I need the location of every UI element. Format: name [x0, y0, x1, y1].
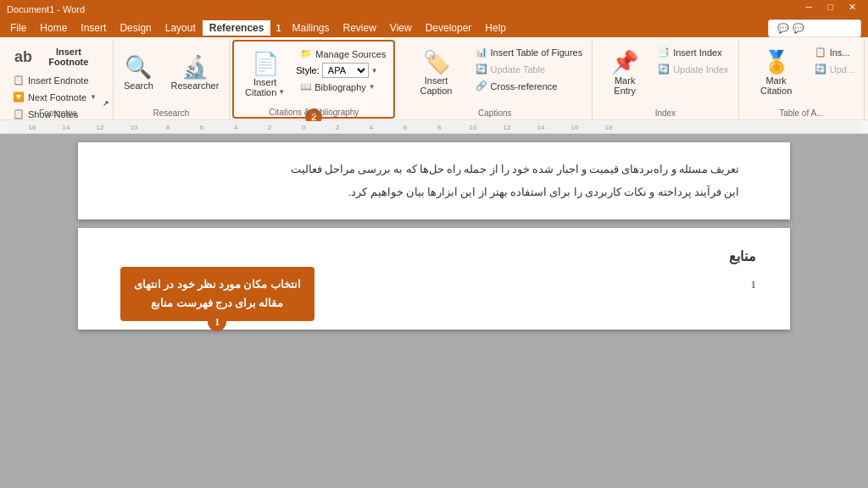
- insert-endnote-label: Insert Endnote: [28, 75, 89, 86]
- comments-icon: 💬: [777, 23, 789, 34]
- svg-text:0: 0: [302, 124, 306, 131]
- insert-footnote-button[interactable]: ab Insert Footnote: [8, 42, 108, 71]
- mark-citation-icon: 🏅: [763, 49, 790, 75]
- insert-citation-button[interactable]: 📄 Insert Citation ▼: [237, 44, 292, 103]
- next-footnote-dropdown-icon: ▼: [90, 93, 97, 101]
- menu-home[interactable]: Home: [33, 20, 74, 36]
- bibliography-label: Bibliography: [314, 82, 366, 92]
- menu-insert[interactable]: Insert: [74, 20, 113, 36]
- svg-text:4: 4: [370, 124, 374, 131]
- menu-review[interactable]: Review: [337, 20, 383, 36]
- search-button[interactable]: 🔍 Search: [117, 42, 159, 102]
- footnotes-group: ab Insert Footnote 📋 Insert Endnote 🔽 Ne…: [3, 39, 114, 119]
- bibliography-button[interactable]: 📖 Bibliography ▼: [296, 79, 390, 95]
- menu-layout[interactable]: Layout: [159, 20, 203, 36]
- insert-authorities-label: Ins...: [830, 47, 850, 58]
- manage-sources-label: Manage Sources: [315, 49, 386, 59]
- svg-text:16: 16: [29, 124, 36, 131]
- tooltip-box: انتخاب مکان مورد نظر خود در انتهای مقاله…: [120, 267, 314, 321]
- title-bar: Document1 - Word ─ □ ✕: [0, 0, 868, 19]
- search-icon: 🔍: [125, 54, 152, 80]
- research-group: 🔍 Search 🔬 Researcher Research: [114, 39, 230, 119]
- update-index-icon: 🔄: [658, 64, 670, 75]
- footnotes-expand-icon[interactable]: ↗: [103, 99, 109, 108]
- manage-sources-icon: 📁: [300, 48, 312, 59]
- insert-caption-label: Insert Caption: [409, 75, 463, 96]
- svg-text:16: 16: [571, 124, 579, 131]
- index-group-label: Index: [593, 108, 737, 118]
- researcher-label: Researcher: [170, 80, 219, 91]
- maximize-btn[interactable]: □: [822, 2, 838, 13]
- cross-reference-button[interactable]: 🔗 Cross-reference: [471, 78, 587, 94]
- menu-developer[interactable]: Developer: [419, 20, 479, 36]
- close-btn[interactable]: ✕: [843, 2, 861, 13]
- svg-text:6: 6: [403, 124, 408, 131]
- table-authorities-group: 🏅 Mark Citation 📋 Ins... 🔄 Upd... Table …: [739, 39, 865, 119]
- search-label: Search: [124, 80, 153, 91]
- sources-heading: منابع: [729, 245, 756, 269]
- menu-help[interactable]: Help: [478, 20, 513, 36]
- cross-reference-label: Cross-reference: [491, 81, 558, 92]
- svg-text:2: 2: [336, 124, 340, 131]
- ruler-svg: 16 14 12 10 8 6 4 2 0 2 4 6 8 10 12 14 1: [7, 121, 861, 133]
- insert-authorities-button[interactable]: 📋 Ins...: [810, 44, 859, 60]
- insert-citation-label2: Citation: [245, 87, 276, 97]
- citations-group-label: Citations & Bibliography: [234, 108, 393, 117]
- svg-text:6: 6: [200, 124, 204, 131]
- doc-line-1: تعریف مسئله و راه‌بردهای قیمیت و اجبار ش…: [129, 159, 739, 179]
- bibliography-dropdown-icon: ▼: [369, 83, 376, 91]
- authorities-small-col: 📋 Ins... 🔄 Upd...: [810, 44, 859, 77]
- cross-reference-icon: 🔗: [476, 80, 487, 92]
- researcher-button[interactable]: 🔬 Researcher: [164, 42, 225, 102]
- update-auth-icon: 🔄: [815, 64, 826, 75]
- next-footnote-label: Next Footnote: [28, 92, 86, 103]
- mark-entry-icon: 📌: [611, 49, 638, 75]
- update-index-button[interactable]: 🔄 Update Index: [654, 61, 732, 77]
- captions-group-label: Captions: [398, 108, 592, 118]
- svg-text:12: 12: [504, 124, 511, 131]
- captions-group: 🏷️ Insert Caption 📊 Insert Table of Figu…: [398, 39, 593, 119]
- menu-file[interactable]: File: [3, 20, 33, 36]
- mark-citation-button[interactable]: 🏅 Mark Citation: [744, 42, 809, 102]
- menu-view[interactable]: View: [383, 20, 419, 36]
- document-page-1: تعریف مسئله و راه‌بردهای قیمیت و اجبار ش…: [78, 142, 790, 219]
- manage-sources-button[interactable]: 📁 Manage Sources: [296, 46, 390, 62]
- mark-entry-button[interactable]: 📌 Mark Entry: [598, 42, 652, 102]
- svg-text:8: 8: [166, 124, 170, 131]
- next-footnote-button[interactable]: 🔽 Next Footnote ▼: [8, 89, 101, 105]
- svg-text:14: 14: [537, 124, 545, 131]
- tooltip-line-1: انتخاب مکان مورد نظر خود در انتهای: [134, 275, 301, 294]
- caption-icon: 🏷️: [423, 49, 450, 75]
- minimize-btn[interactable]: ─: [801, 2, 818, 13]
- index-group: 📌 Mark Entry 📑 Insert Index 🔄 Update Ind…: [593, 39, 738, 119]
- insert-caption-button[interactable]: 🏷️ Insert Caption: [403, 42, 469, 102]
- footnotes-group-label: Footnotes: [3, 108, 113, 118]
- document-page-2: منابع 1 انتخاب مکان مورد نظر خود در انته…: [78, 228, 790, 330]
- bibliography-icon: 📖: [300, 81, 312, 92]
- menu-design[interactable]: Design: [113, 20, 158, 36]
- style-select[interactable]: APA MLA Chicago: [322, 63, 369, 78]
- style-row: Style: APA MLA Chicago ▼: [296, 63, 390, 78]
- mark-entry-label: Mark Entry: [604, 75, 646, 96]
- insert-endnote-button[interactable]: 📋 Insert Endnote: [8, 72, 93, 88]
- app-title: Document1 - Word: [7, 4, 85, 14]
- update-authorities-button[interactable]: 🔄 Upd...: [810, 61, 859, 77]
- ruler-track: 16 14 12 10 8 6 4 2 0 2 4 6 8 10 12 14 1: [7, 120, 861, 133]
- endnote-icon: 📋: [13, 75, 25, 86]
- footnote-ab-icon: ab: [14, 48, 32, 66]
- ribbon: ab Insert Footnote 📋 Insert Endnote 🔽 Ne…: [0, 37, 868, 120]
- mark-citation-label: Mark Citation: [750, 75, 803, 96]
- menu-bar: File Home Insert Design Layout Reference…: [0, 19, 868, 37]
- insert-table-of-figures-button[interactable]: 📊 Insert Table of Figures: [471, 44, 587, 60]
- update-table-button[interactable]: 🔄 Update Table: [471, 61, 587, 77]
- menu-references[interactable]: References: [203, 19, 271, 38]
- insert-index-label: Insert Index: [673, 47, 721, 58]
- svg-text:10: 10: [131, 124, 138, 131]
- comments-button[interactable]: 💬 💬 Comments: [768, 19, 861, 37]
- captions-small-col: 📊 Insert Table of Figures 🔄 Update Table…: [471, 44, 587, 94]
- table-figures-icon: 📊: [476, 47, 487, 58]
- update-table-icon: 🔄: [476, 64, 487, 75]
- svg-text:8: 8: [437, 124, 442, 131]
- menu-mailings[interactable]: Mailings: [285, 20, 336, 36]
- insert-index-button[interactable]: 📑 Insert Index: [654, 44, 732, 60]
